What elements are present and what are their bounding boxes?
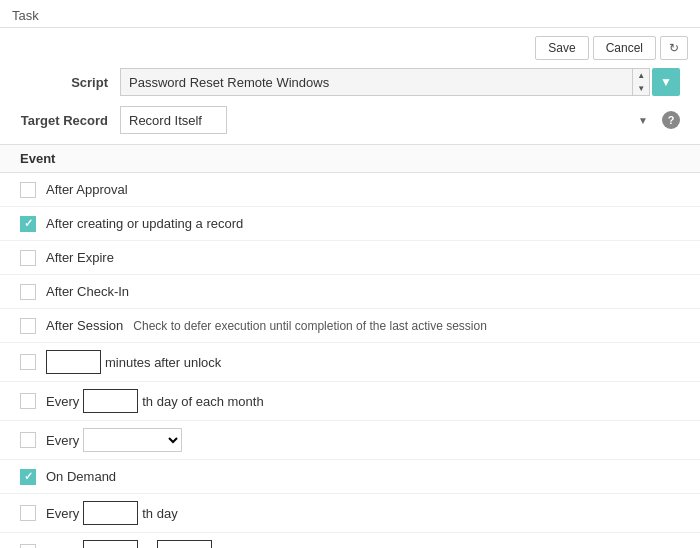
event-row-every-range-days: Every to days <box>0 533 700 548</box>
event-label-nth-day: th day <box>142 506 177 521</box>
script-label: Script <box>20 75 120 90</box>
checkbox-every-day-month[interactable] <box>20 393 36 409</box>
event-row-every-nth-day: Every th day <box>0 494 700 533</box>
page-title: Task <box>0 0 700 28</box>
event-label-after-creating: After creating or updating a record <box>46 216 243 231</box>
checkbox-after-session[interactable] <box>20 318 36 334</box>
checkbox-every-nth-day[interactable] <box>20 505 36 521</box>
day-of-month-input[interactable] <box>83 389 138 413</box>
range-to-input[interactable] <box>157 540 212 548</box>
spin-up-button[interactable]: ▲ <box>633 69 649 82</box>
checkbox-every-select[interactable] <box>20 432 36 448</box>
checkbox-after-approval[interactable] <box>20 182 36 198</box>
event-label-after-approval: After Approval <box>46 182 128 197</box>
checkbox-after-expire[interactable] <box>20 250 36 266</box>
checkbox-minutes-after-unlock[interactable] <box>20 354 36 370</box>
event-row-after-session: After Session Check to defer execution u… <box>0 309 700 343</box>
event-section-header: Event <box>0 144 700 173</box>
toolbar: Save Cancel ↻ <box>0 28 700 68</box>
refresh-button[interactable]: ↻ <box>660 36 688 60</box>
nth-day-input[interactable] <box>83 501 138 525</box>
target-record-label: Target Record <box>20 113 120 128</box>
every-label-range-days: Every <box>46 545 79 549</box>
spin-down-button[interactable]: ▼ <box>633 82 649 95</box>
checkbox-every-range-days[interactable] <box>20 544 36 548</box>
target-record-select[interactable]: Record Itself <box>120 106 227 134</box>
event-row-after-expire: After Expire <box>0 241 700 275</box>
event-row-after-creating: After creating or updating a record <box>0 207 700 241</box>
every-day-select[interactable]: Monday Tuesday Wednesday Thursday Friday… <box>83 428 182 452</box>
checkbox-after-checkin[interactable] <box>20 284 36 300</box>
event-label-after-checkin: After Check-In <box>46 284 129 299</box>
every-label-day-month: Every <box>46 394 79 409</box>
range-from-input[interactable] <box>83 540 138 548</box>
to-label: to <box>142 545 153 549</box>
cancel-button[interactable]: Cancel <box>593 36 656 60</box>
defer-execution-text: Check to defer execution until completio… <box>133 319 487 333</box>
every-label-nth-day: Every <box>46 506 79 521</box>
event-label-minutes-after-unlock: minutes after unlock <box>105 355 221 370</box>
event-label-day-month: th day of each month <box>142 394 263 409</box>
minutes-input[interactable] <box>46 350 101 374</box>
event-row-every-select: Every Monday Tuesday Wednesday Thursday … <box>0 421 700 460</box>
event-label-on-demand: On Demand <box>46 469 116 484</box>
event-row-after-approval: After Approval <box>0 173 700 207</box>
event-row-after-checkin: After Check-In <box>0 275 700 309</box>
event-label-after-session: After Session <box>46 318 123 333</box>
script-dropdown-button[interactable]: ▼ <box>652 68 680 96</box>
help-icon[interactable]: ? <box>662 111 680 129</box>
script-input[interactable] <box>120 68 633 96</box>
save-button[interactable]: Save <box>535 36 588 60</box>
checkbox-on-demand[interactable] <box>20 469 36 485</box>
target-select-arrow: ▼ <box>638 115 648 126</box>
event-row-minutes-after-unlock: minutes after unlock <box>0 343 700 382</box>
event-label-after-expire: After Expire <box>46 250 114 265</box>
event-label-range-days: days <box>216 545 243 549</box>
every-label-select: Every <box>46 433 79 448</box>
event-row-on-demand: On Demand <box>0 460 700 494</box>
checkbox-after-creating[interactable] <box>20 216 36 232</box>
event-row-every-day-month: Every th day of each month <box>0 382 700 421</box>
